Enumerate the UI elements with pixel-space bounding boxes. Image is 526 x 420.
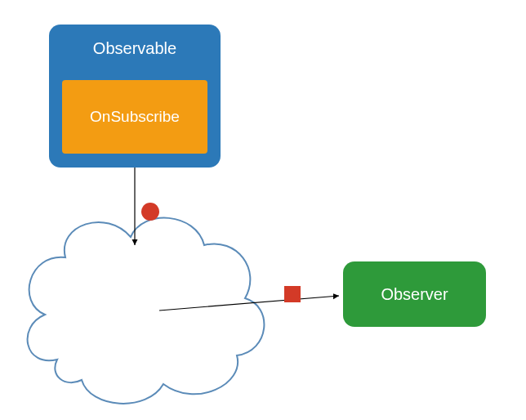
observer-box: Observer [343, 261, 486, 327]
marker-circle [141, 203, 159, 221]
observable-label: Observable [93, 39, 176, 57]
cloud-shape [28, 218, 265, 404]
onsubscribe-label: OnSubscribe [90, 108, 180, 126]
arrow-right [159, 296, 339, 311]
onsubscribe-box: OnSubscribe [62, 80, 207, 154]
observer-label: Observer [381, 285, 448, 304]
marker-square [284, 286, 301, 302]
